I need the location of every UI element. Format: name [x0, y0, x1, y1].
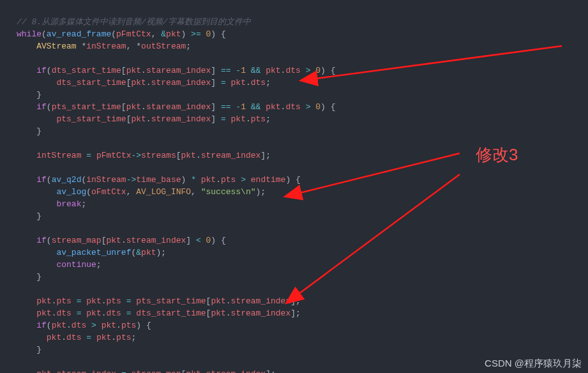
- code-comment: // 8.从源多媒体文件中读到音频/视频/字幕数据到目的文件中: [17, 17, 251, 27]
- code-editor[interactable]: // 8.从源多媒体文件中读到音频/视频/字幕数据到目的文件中 while(av…: [0, 0, 588, 373]
- watermark-text: CSDN @程序猿玖月柒: [485, 357, 582, 369]
